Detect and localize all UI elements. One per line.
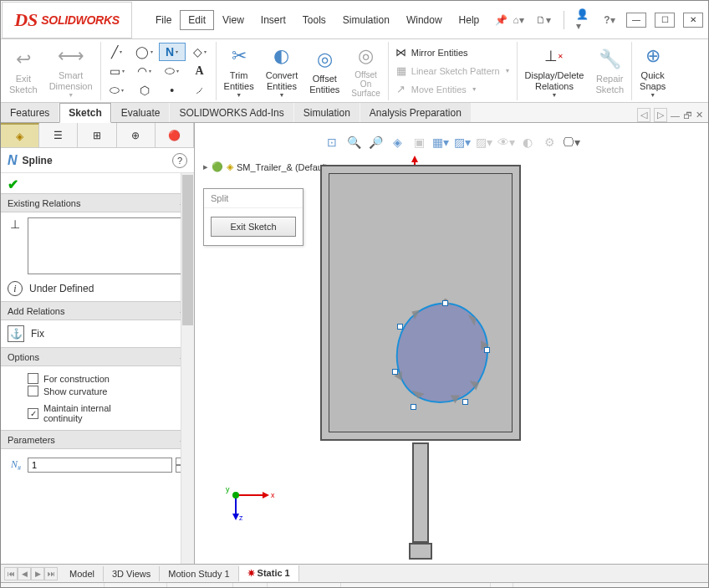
btab-motion[interactable]: Motion Study 1 — [160, 566, 238, 581]
btab-last-icon[interactable]: ⏭ — [44, 567, 58, 580]
menu-edit[interactable]: Edit — [180, 10, 214, 30]
btab-model[interactable]: Model — [61, 566, 104, 581]
tab-analysis[interactable]: Analysis Preparation — [360, 103, 471, 122]
pm-tab-dim[interactable]: ⊕ — [117, 123, 156, 147]
cube-icon[interactable]: ▨▾ — [453, 133, 472, 151]
section-existing-relations[interactable]: Existing Relations︿ — [1, 193, 194, 212]
doc-minimize-icon[interactable]: — — [671, 110, 680, 120]
zoom-area-icon[interactable]: 🔍 — [344, 133, 363, 151]
rect-tool[interactable]: ▭▾ — [104, 62, 130, 80]
param-n-input[interactable] — [28, 458, 172, 473]
panel-scrollbar[interactable] — [181, 173, 194, 564]
display-style-icon[interactable]: ▦▾ — [431, 133, 450, 151]
spline-point[interactable] — [411, 404, 416, 410]
offset-entities-button[interactable]: ◎ Offset Entities — [304, 41, 344, 101]
section-view-icon[interactable]: ▣ — [410, 133, 428, 151]
status-warn-icon[interactable]: ⚠ — [491, 583, 513, 588]
spline-point[interactable] — [462, 399, 468, 405]
gear-view-icon[interactable]: ⚙ — [540, 133, 559, 151]
new-doc-icon[interactable]: 🗋▾ — [535, 12, 552, 28]
trim-entities-button[interactable]: ✂ Trim Entities ▼ — [219, 41, 259, 101]
point-tool[interactable]: • — [159, 81, 186, 100]
text-tool[interactable]: A — [186, 62, 213, 80]
menu-window[interactable]: Window — [398, 10, 451, 30]
view-triad[interactable]: x z y — [224, 472, 274, 522]
doc-restore-icon[interactable]: 🗗 — [683, 110, 692, 120]
mirror-entities-button[interactable]: ⋈Mirror Entities — [395, 44, 511, 61]
spline-region[interactable] — [387, 299, 496, 407]
menu-insert[interactable]: Insert — [252, 10, 294, 30]
pm-tab-feature[interactable]: ◈ — [1, 123, 39, 147]
move-entities-button[interactable]: ↗Move Entities▼ — [395, 81, 511, 98]
circle-tool[interactable]: ◯▾ — [131, 43, 158, 61]
pm-tab-config[interactable]: ⊞ — [78, 123, 116, 147]
maximize-button[interactable]: ☐ — [655, 13, 675, 28]
pm-help-button[interactable]: ? — [172, 153, 187, 168]
show-curvature-checkbox[interactable] — [28, 386, 38, 396]
convert-entities-button[interactable]: ◐ Convert Entities ▼ — [261, 41, 303, 101]
offset-surface-button[interactable]: ◎ Offset On Surface — [346, 41, 385, 101]
tab-nav-next-icon[interactable]: ▷ — [654, 108, 667, 122]
quick-snaps-button[interactable]: ⊕ Quick Snaps ▼ — [635, 41, 671, 101]
existing-relations-list[interactable] — [28, 217, 187, 274]
scene-icon[interactable]: ◐ — [518, 133, 537, 151]
tab-features[interactable]: Features — [1, 103, 59, 122]
section-options[interactable]: Options︿ — [1, 347, 194, 366]
pm-tab-property[interactable]: ☰ — [39, 123, 78, 147]
menu-file[interactable]: File — [147, 10, 180, 30]
tab-evaluate[interactable]: Evaluate — [112, 103, 170, 122]
doc-close-icon[interactable]: ✕ — [696, 110, 703, 120]
section-add-relations[interactable]: Add Relations︿ — [1, 301, 194, 320]
btab-3dviews[interactable]: 3D Views — [104, 566, 160, 581]
tab-simulation[interactable]: Simulation — [294, 103, 360, 122]
zoom-prev-icon[interactable]: 🔎 — [366, 133, 385, 151]
ellipse-tool[interactable]: ⬭▾ — [159, 62, 186, 80]
spline-point[interactable] — [442, 300, 448, 306]
ok-check-icon[interactable]: ✔ — [8, 177, 18, 192]
zoom-fit-icon[interactable]: ⊡ — [323, 133, 341, 151]
hide-show-icon[interactable]: ▨▾ — [475, 133, 493, 151]
tab-nav-prev-icon[interactable]: ◁ — [637, 108, 650, 122]
home-icon[interactable]: ⌂▾ — [510, 12, 527, 28]
arc-tool[interactable]: ◠▾ — [131, 62, 158, 80]
fillet-tool[interactable]: ⟋ — [186, 81, 213, 100]
polygon-tool[interactable]: ⬡ — [131, 81, 158, 100]
spline-point[interactable] — [392, 369, 398, 375]
eye-icon[interactable]: 👁▾ — [497, 133, 515, 151]
minimize-button[interactable]: — — [626, 13, 646, 28]
status-y: -469.744mm — [167, 583, 233, 588]
user-icon[interactable]: 👤▾ — [576, 12, 593, 28]
section-parameters[interactable]: Parameters︿ — [1, 430, 194, 449]
linear-pattern-button[interactable]: ▦Linear Sketch Pattern▼ — [395, 63, 511, 79]
spline-point[interactable] — [484, 347, 490, 353]
graphics-viewport[interactable]: ⊡ 🔍 🔎 ◈ ▣ ▦▾ ▨▾ ▨▾ 👁▾ ◐ ⚙ 🖵▾ ▸ 🟢 ◈ SM_Tr… — [195, 123, 708, 564]
repair-sketch-button[interactable]: 🔧 Repair Sketch — [590, 41, 629, 101]
btab-next-icon[interactable]: ▶ — [31, 567, 44, 580]
pm-tab-display[interactable]: 🔴 — [156, 123, 194, 147]
menu-simulation[interactable]: Simulation — [334, 10, 398, 30]
exit-sketch-button[interactable]: ↩ Exit Sketch — [4, 41, 43, 101]
monitor-icon[interactable]: 🖵▾ — [562, 133, 580, 151]
line-tool[interactable]: ╱▾ — [104, 43, 130, 61]
for-construction-checkbox[interactable] — [28, 373, 38, 384]
help-dd-icon[interactable]: ?▾ — [601, 12, 618, 28]
tab-addins[interactable]: SOLIDWORKS Add-Ins — [170, 103, 293, 122]
menu-help[interactable]: Help — [451, 10, 488, 30]
btab-first-icon[interactable]: ⏮ — [4, 567, 18, 580]
display-delete-relations-button[interactable]: ⊥✕ Display/Delete Relations ▼ — [520, 41, 589, 101]
slot-tool[interactable]: ⬭▾ — [104, 81, 130, 100]
menu-view[interactable]: View — [214, 10, 252, 30]
spline-tool[interactable]: N▾ — [159, 43, 186, 61]
view-orient-icon[interactable]: ◈ — [388, 133, 406, 151]
plane-tool[interactable]: ◇▾ — [186, 43, 213, 61]
fix-relation-button[interactable]: ⚓ Fix — [8, 325, 187, 342]
menu-tools[interactable]: Tools — [294, 10, 334, 30]
smart-dimension-button[interactable]: ⟷ Smart Dimension ▼ — [44, 41, 98, 101]
maintain-continuity-checkbox[interactable]: ✓ — [28, 408, 38, 419]
spline-point[interactable] — [397, 324, 403, 330]
btab-static[interactable]: ✷Static 1 — [239, 565, 299, 581]
close-button[interactable]: ✕ — [683, 13, 703, 28]
tab-sketch[interactable]: Sketch — [59, 103, 110, 123]
btab-prev-icon[interactable]: ◀ — [18, 567, 31, 580]
pin-icon[interactable]: 📌 — [492, 12, 509, 28]
